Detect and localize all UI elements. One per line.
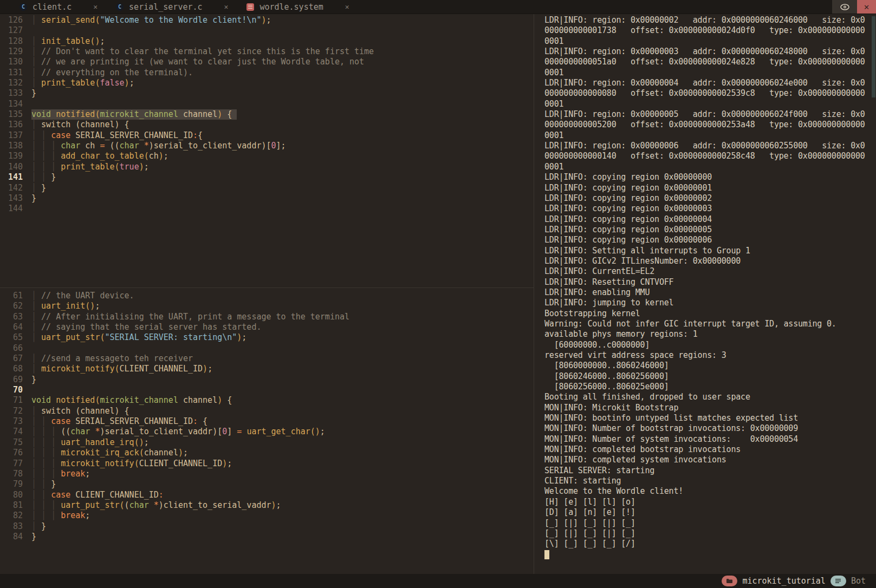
code-line[interactable]: 140│ │ │ print_table(true); [0, 162, 534, 172]
code-line[interactable]: 62│ uart_init(); [0, 301, 534, 311]
terminal-line: LDR|INFO: region: 0x00000006 addr: 0x000… [544, 141, 876, 151]
code-line[interactable]: 136│ switch (channel) { [0, 120, 534, 130]
c-file-icon: C [20, 3, 27, 11]
line-number: 79 [0, 479, 23, 489]
code-line[interactable]: 63│ // After initialising the UART, prin… [0, 312, 534, 322]
code-line[interactable]: 128│ init_table(); [0, 36, 534, 47]
tab-serial_server-c[interactable]: Cserial_server.c✕ [107, 0, 238, 14]
code-text: │ │ │ ((char *)serial_to_client_vaddr)[0… [31, 427, 325, 437]
line-number: 134 [0, 99, 23, 109]
line-number: 72 [0, 406, 23, 416]
eye-icon [840, 4, 849, 10]
code-line[interactable]: 75│ │ │ uart_handle_irq(); [0, 437, 534, 448]
terminal-output: LDR|INFO: region: 0x00000002 addr: 0x000… [534, 14, 876, 560]
terminal-line: MON|INFO: completed bootstrap invocation… [544, 445, 876, 455]
session-badge [722, 576, 737, 586]
terminal-line: 000000000000140 offset: 0x0000000000258c… [544, 151, 876, 161]
code-line[interactable]: 135void notified(microkit_channel channe… [0, 109, 534, 120]
code-line[interactable]: 131│ // everything on the terminal). [0, 68, 534, 78]
terminal-line: LDR|INFO: jumping to kernel [544, 298, 876, 308]
tab-wordle-system[interactable]: wordle.system✕ [238, 0, 359, 14]
line-number: 142 [0, 183, 23, 193]
terminal-line: LDR|INFO: copying region 0x00000003 [544, 204, 876, 214]
code-line[interactable]: 82│ │ │ break; [0, 511, 534, 521]
code-text: │ │ │ microkit_irq_ack(channel); [31, 448, 188, 458]
code-line[interactable]: 144 [0, 204, 534, 214]
code-line[interactable]: 127 [0, 25, 534, 36]
terminal-scrollbar[interactable] [872, 14, 875, 574]
code-text: │ // everything on the terminal). [31, 68, 193, 78]
code-line[interactable]: 134 [0, 99, 534, 109]
code-line[interactable]: 83│ } [0, 521, 534, 532]
line-number: 73 [0, 416, 23, 427]
terminal-line: reserved virt address space regions: 3 [544, 350, 876, 361]
code-text: │ uart_put_str("SERIAL SERVER: starting\… [31, 332, 246, 343]
line-number: 141 [0, 172, 23, 182]
terminal-line: [_] [|] [_] [|] [_] [544, 518, 876, 528]
code-line[interactable]: 67│ //send a messageto teh receiver [0, 354, 534, 364]
code-line[interactable]: 143} [0, 193, 534, 204]
code-line[interactable]: 71void notified(microkit_channel channel… [0, 395, 534, 406]
code-line[interactable]: 141│ │ } [0, 172, 534, 182]
code-text: │ // After initialising the UART, print … [31, 312, 349, 322]
code-line[interactable]: 78│ │ │ break; [0, 469, 534, 479]
tab-close-icon[interactable]: ✕ [345, 3, 349, 11]
editor-pane-serial-server[interactable]: 61│ // the UART device.62│ uart_init();6… [0, 288, 534, 574]
terminal-line: LDR|INFO: region: 0x00000005 addr: 0x000… [544, 109, 876, 120]
code-text: │ │ } [31, 172, 56, 182]
terminal-line: available phys memory regions: 1 [544, 329, 876, 339]
terminal-pane[interactable]: LDR|INFO: region: 0x00000002 addr: 0x000… [534, 14, 876, 574]
code-line[interactable]: 69} [0, 375, 534, 385]
terminal-line: CLIENT: starting [544, 476, 876, 486]
tab-bar: Cclient.c✕Cserial_server.c✕wordle.system… [0, 0, 876, 14]
preview-toggle-button[interactable] [832, 0, 857, 14]
line-number: 140 [0, 162, 23, 172]
line-number: 131 [0, 68, 23, 78]
code-line[interactable]: 129│ // Don't want to clear the terminal… [0, 47, 534, 57]
code-line[interactable]: 73│ │ case SERIAL_SERVER_CHANNEL_ID: { [0, 416, 534, 427]
terminal-line: 0001 [544, 99, 876, 109]
code-text: void notified(microkit_channel channel) … [31, 395, 232, 406]
code-line[interactable]: 130│ // we are printing it (we want to c… [0, 57, 534, 67]
code-line[interactable]: 139│ │ │ add_char_to_table(ch); [0, 151, 534, 161]
code-line[interactable]: 142│ } [0, 183, 534, 193]
code-line[interactable]: 68│ microkit_notify(CLIENT_CHANNEL_ID); [0, 364, 534, 374]
code-line[interactable]: 81│ │ │ uart_put_str((char *)client_to_s… [0, 500, 534, 511]
code-line[interactable]: 70 [0, 385, 534, 395]
code-line[interactable]: 74│ │ │ ((char *)serial_to_client_vaddr)… [0, 427, 534, 437]
terminal-line: MON|INFO: bootinfo untyped list matches … [544, 413, 876, 423]
code-line[interactable]: 66 [0, 343, 534, 354]
code-line[interactable]: 65│ uart_put_str("SERIAL SERVER: startin… [0, 332, 534, 343]
code-line[interactable]: 77│ │ │ microkit_notify(CLIENT_CHANNEL_I… [0, 459, 534, 469]
code-line[interactable]: 133} [0, 88, 534, 99]
code-text: │ │ case CLIENT_CHANNEL_ID: [31, 490, 164, 500]
code-line[interactable]: 76│ │ │ microkit_irq_ack(channel); [0, 448, 534, 458]
code-line[interactable]: 61│ // the UART device. [0, 291, 534, 301]
terminal-line: 0001 [544, 68, 876, 78]
code-line[interactable]: 72│ switch (channel) { [0, 406, 534, 416]
terminal-line: LDR|INFO: Setting all interrupts to Grou… [544, 246, 876, 256]
line-number: 135 [0, 109, 23, 120]
tab-close-icon[interactable]: ✕ [224, 3, 229, 11]
terminal-line: [8060246000..8060256000] [544, 371, 876, 382]
tab-client-c[interactable]: Cclient.c✕ [11, 0, 107, 14]
mode-label: Bot [851, 576, 866, 586]
terminal-scrollbar-thumb[interactable] [872, 16, 875, 97]
code-line[interactable]: 64│ // saying that the serial server has… [0, 322, 534, 332]
tab-list: Cclient.c✕Cserial_server.c✕wordle.system… [0, 0, 359, 14]
tab-close-icon[interactable]: ✕ [93, 3, 98, 11]
code-line[interactable]: 132│ print_table(false); [0, 78, 534, 88]
code-line[interactable]: 80│ │ case CLIENT_CHANNEL_ID: [0, 490, 534, 500]
code-line[interactable]: 137│ │ case SERIAL_SERVER_CHANNEL_ID:{ [0, 130, 534, 141]
code-text: } [31, 532, 36, 542]
code-line[interactable]: 126│ serial_send("Welcome to the Wordle … [0, 15, 534, 25]
code-line[interactable]: 84} [0, 532, 534, 542]
code-line[interactable]: 79│ │ } [0, 479, 534, 489]
terminal-line: 0001 [544, 162, 876, 172]
terminal-line: [H] [e] [l] [l] [o] [544, 497, 876, 507]
editor-pane-client[interactable]: 126│ serial_send("Welcome to the Wordle … [0, 14, 534, 288]
code-text: │ } [31, 183, 46, 193]
window-close-button[interactable]: ✕ [857, 0, 876, 14]
line-number: 82 [0, 511, 23, 521]
code-line[interactable]: 138│ │ │ char ch = ((char *)serial_to_cl… [0, 141, 534, 151]
